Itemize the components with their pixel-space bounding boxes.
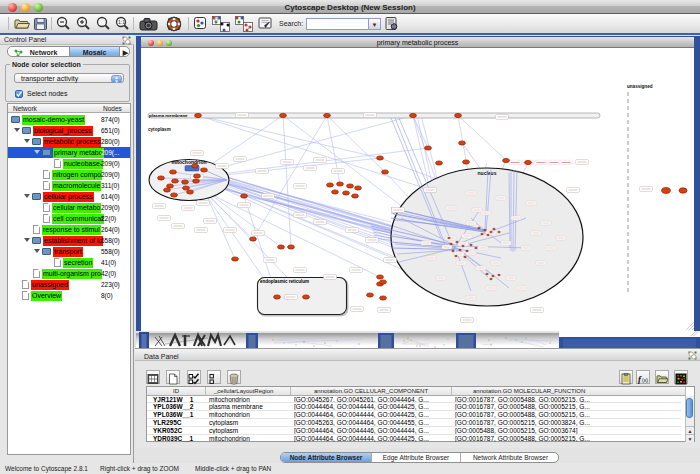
svg-text:(x): (x) xyxy=(642,376,648,382)
svg-text:nucleus: nucleus xyxy=(478,170,497,176)
svg-text:1:1: 1:1 xyxy=(118,19,125,25)
svg-text:plasma membrane: plasma membrane xyxy=(149,113,188,118)
svg-text:mitochondrion: mitochondrion xyxy=(172,159,207,165)
svg-text:unassigned: unassigned xyxy=(627,84,653,89)
svg-text:cytoplasm: cytoplasm xyxy=(148,127,171,132)
svg-text:endoplasmic reticulum: endoplasmic reticulum xyxy=(260,279,309,284)
